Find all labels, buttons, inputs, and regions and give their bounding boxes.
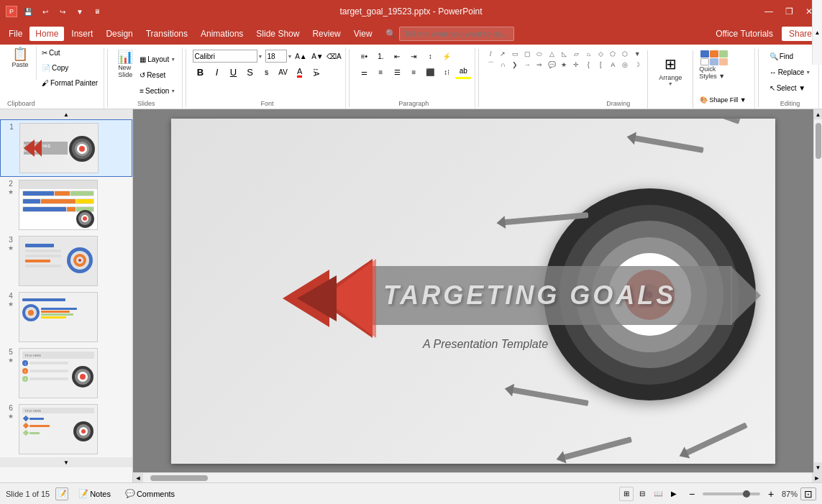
shape-ellipse[interactable]: ⬭ <box>534 49 545 59</box>
menu-animations[interactable]: Animations <box>195 27 249 41</box>
menu-view[interactable]: View <box>348 27 378 41</box>
font-name-input[interactable] <box>193 50 257 63</box>
justify-button[interactable]: ⬛ <box>422 65 438 79</box>
office-tutorials-button[interactable]: Office Tutorials <box>708 27 780 41</box>
slide-thumb-5[interactable]: 5 ★ TITLE HERE 1 <box>0 345 132 401</box>
shape-bracket[interactable]: [ <box>595 60 606 70</box>
scroll-thumb-h[interactable] <box>150 475 208 481</box>
shape-curve[interactable]: ⌒ <box>485 60 496 70</box>
shape-arrow-right[interactable]: → <box>521 60 533 70</box>
section-button[interactable]: ≡ Section ▼ <box>137 83 178 98</box>
format-painter-button[interactable]: 🖌 Format Painter <box>40 76 100 91</box>
replace-button[interactable]: ↔ Replace ▼ <box>767 65 813 79</box>
shape-textbox[interactable]: A <box>607 60 618 70</box>
comments-button[interactable]: 💬 Comments <box>121 487 179 500</box>
shape-arc[interactable]: ∩ <box>497 60 508 70</box>
shape-brace[interactable]: { <box>583 60 594 70</box>
quick-styles-button[interactable]: Quick Styles ▼ <box>698 49 730 92</box>
slide-thumb-3[interactable]: 3 ★ <box>0 233 132 289</box>
shape-line[interactable]: / <box>485 49 496 59</box>
text-direction-button[interactable]: ↕A <box>309 64 324 80</box>
increase-indent-button[interactable]: ⇥ <box>406 49 421 63</box>
clear-format-button[interactable]: ⌫A <box>326 49 342 63</box>
shape-fill-button[interactable]: 🎨 Shape Fill ▼ <box>698 93 752 107</box>
menu-insert[interactable]: Insert <box>65 27 99 41</box>
slide-notes-icon[interactable]: 📝 <box>55 487 68 500</box>
cut-button[interactable]: ✂ Cut <box>40 46 100 60</box>
reset-button[interactable]: ↺ Reset <box>137 68 178 82</box>
font-size-dropdown[interactable]: ▼ <box>288 54 293 59</box>
fit-slide-button[interactable]: ⊡ <box>800 487 816 500</box>
shape-hexa[interactable]: ⬡ <box>619 49 631 59</box>
font-name-dropdown[interactable]: ▼ <box>258 54 263 59</box>
restore-button[interactable]: ❐ <box>782 4 796 19</box>
shape-parallelogram[interactable]: ▱ <box>570 49 582 59</box>
menu-review[interactable]: Review <box>306 27 346 41</box>
shape-misc[interactable]: ◎ <box>619 60 631 70</box>
new-slide-button[interactable]: 📊 NewSlide <box>114 49 136 80</box>
copy-button[interactable]: 📄 Copy <box>40 61 100 75</box>
restore-button-small[interactable]: 🖥 <box>91 5 104 18</box>
decrease-indent-button[interactable]: ⇤ <box>389 49 405 63</box>
zoom-out-button[interactable]: − <box>684 487 700 501</box>
shape-trapezoid[interactable]: ⏢ <box>583 49 594 59</box>
redo-button[interactable]: ↪ <box>56 5 69 18</box>
slide-thumb-2[interactable]: 2 ★ <box>0 177 132 233</box>
bullets-button[interactable]: ≡• <box>356 49 372 63</box>
zoom-slider[interactable] <box>703 492 760 495</box>
paste-button[interactable]: 📋 Paste <box>7 46 33 70</box>
line-spacing-button[interactable]: ↕⁝ <box>439 65 455 79</box>
text-direction-para-button[interactable]: ↕ <box>422 49 438 63</box>
save-button[interactable]: 💾 <box>22 5 35 18</box>
slide-thumb-6[interactable]: 6 ★ TITLE HERE <box>0 401 132 457</box>
shape-misc2[interactable]: ☽ <box>631 60 643 70</box>
char-spacing-button[interactable]: AV <box>275 65 291 79</box>
ribbon-collapse-button[interactable]: ▲ <box>812 0 822 65</box>
find-button[interactable]: 🔍 Find <box>767 49 795 63</box>
menu-home[interactable]: Home <box>29 27 64 41</box>
bold-button[interactable]: B <box>193 65 209 79</box>
shape-cross[interactable]: ✛ <box>570 60 582 70</box>
menu-slideshow[interactable]: Slide Show <box>250 27 305 41</box>
shape-star[interactable]: ★ <box>558 60 570 70</box>
decrease-font-button[interactable]: A▼ <box>309 49 325 63</box>
slide-scroll-up[interactable]: ▲ <box>0 109 132 119</box>
scroll-right-button[interactable]: ► <box>812 473 822 482</box>
scroll-up-button[interactable]: ▲ <box>814 109 822 119</box>
font-size-input[interactable] <box>265 50 287 63</box>
shape-triangle[interactable]: △ <box>546 49 557 59</box>
menu-transitions[interactable]: Transitions <box>140 27 193 41</box>
reading-view-button[interactable]: 📖 <box>651 487 665 501</box>
arrange-button[interactable]: ⊞ Arrange ▼ <box>652 49 688 92</box>
italic-button[interactable]: I <box>209 65 225 79</box>
align-right-button[interactable]: ≡ <box>406 65 421 79</box>
menu-design[interactable]: Design <box>100 27 138 41</box>
search-input[interactable] <box>399 27 514 41</box>
shape-callout[interactable]: 💬 <box>546 60 557 70</box>
shadow-button[interactable]: s <box>259 65 275 79</box>
slide-scroll-down[interactable]: ▼ <box>0 457 132 467</box>
scroll-thumb-v[interactable] <box>816 123 821 159</box>
customize-qat-button[interactable]: ▼ <box>73 5 86 18</box>
shape-chevron[interactable]: ❯ <box>509 60 521 70</box>
minimize-button[interactable]: — <box>762 4 776 19</box>
increase-font-button[interactable]: A▲ <box>293 49 309 63</box>
shape-rtriangle[interactable]: ◺ <box>558 49 570 59</box>
layout-button[interactable]: ▦ Layout ▼ <box>137 52 178 66</box>
zoom-in-button[interactable]: + <box>763 487 779 501</box>
columns-button[interactable]: ⚌ <box>356 65 372 79</box>
shape-penta[interactable]: ⬠ <box>607 49 618 59</box>
undo-button[interactable]: ↩ <box>39 5 52 18</box>
underline-button[interactable]: U <box>226 65 242 79</box>
scroll-left-button[interactable]: ◄ <box>133 473 143 482</box>
align-left-button[interactable]: ≡ <box>373 65 388 79</box>
text-highlight-button[interactable]: ab <box>455 65 471 79</box>
select-button[interactable]: ↖ Select ▼ <box>767 81 808 95</box>
slide-thumb-4[interactable]: 4 ★ <box>0 289 132 345</box>
shape-diamond[interactable]: ◇ <box>595 49 606 59</box>
notes-button[interactable]: 📝 Notes <box>74 487 115 500</box>
slide-sorter-button[interactable]: ⊟ <box>635 487 649 501</box>
align-center-button[interactable]: ☰ <box>389 65 405 79</box>
shape-block-arrow[interactable]: ⇒ <box>534 60 545 70</box>
shape-connector[interactable]: ↗ <box>497 49 508 59</box>
